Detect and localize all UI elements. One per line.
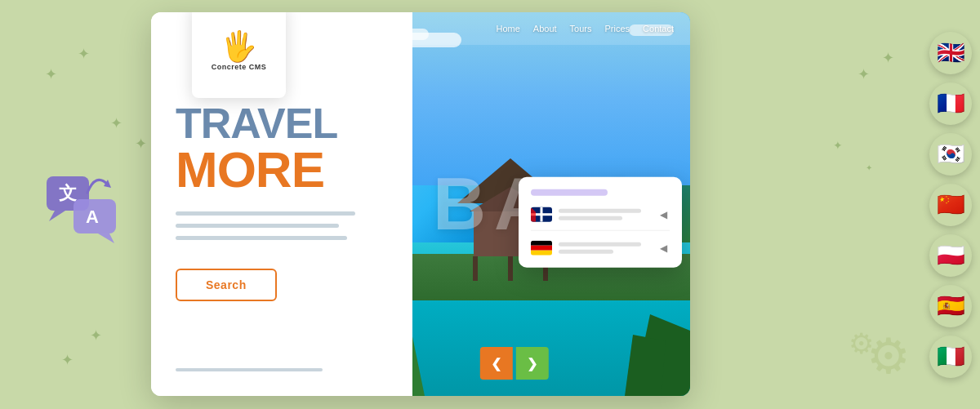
logo-text: Concrete CMS: [212, 63, 267, 71]
translate-icon: 文 A: [42, 168, 116, 242]
nav-contact[interactable]: Contact: [643, 24, 674, 33]
nav-about[interactable]: About: [533, 24, 557, 33]
translation-row-uk: ◀: [531, 207, 670, 231]
speaker-icon-uk: ◀: [657, 208, 670, 221]
pillar-2: [508, 256, 513, 281]
translate-icon-svg: 文 A: [42, 168, 120, 246]
de-flag-small: [531, 241, 552, 256]
uk-line-2: [559, 216, 622, 220]
flag-spain[interactable]: 🇪🇸: [929, 285, 972, 327]
text-line-2: [176, 224, 339, 228]
hero-title-travel: TRAVEL: [176, 102, 388, 144]
hero-text-lines: [176, 211, 388, 240]
website-right-panel: Home About Tours Prices Contact BALI: [380, 12, 690, 396]
logo-hand-icon: 🖐: [220, 32, 257, 61]
search-button[interactable]: Search: [176, 269, 277, 301]
text-line-1: [176, 211, 355, 216]
website-mockup: 🖐 Concrete CMS TRAVEL MORE Search Home A…: [151, 12, 690, 396]
flag-korea[interactable]: 🇰🇷: [929, 133, 972, 176]
nav-home[interactable]: Home: [497, 24, 520, 33]
flag-china[interactable]: 🇨🇳: [929, 184, 972, 226]
uk-flag-small: [531, 207, 552, 222]
speaker-icon-de: ◀: [657, 242, 670, 255]
nav-arrows: ❮ ❯: [480, 347, 549, 380]
next-arrow[interactable]: ❯: [516, 347, 549, 380]
flag-uk[interactable]: 🇬🇧: [929, 32, 972, 74]
translation-row-de: ◀: [531, 241, 670, 256]
flag-france[interactable]: 🇫🇷: [929, 82, 972, 125]
card-header-bar: [531, 189, 608, 196]
logo-box: 🖐 Concrete CMS: [192, 12, 286, 98]
uk-line-1: [559, 209, 641, 213]
translation-card: ◀ ◀: [519, 177, 682, 268]
de-translation-lines: [559, 242, 650, 254]
svg-text:A: A: [86, 207, 99, 227]
flags-panel: 🇬🇧 🇫🇷 🇰🇷 🇨🇳 🇵🇱 🇪🇸 🇮🇹: [929, 32, 972, 378]
svg-marker-4: [98, 233, 114, 243]
text-line-3: [176, 236, 347, 240]
nav-bar: Home About Tours Prices Contact: [380, 12, 690, 45]
svg-text:文: 文: [59, 183, 77, 203]
uk-translation-lines: [559, 209, 650, 220]
nav-prices[interactable]: Prices: [605, 24, 630, 33]
de-line-1: [559, 242, 641, 247]
de-line-2: [559, 250, 613, 254]
nav-tours[interactable]: Tours: [570, 24, 592, 33]
flag-italy[interactable]: 🇮🇹: [929, 336, 972, 378]
hero-title-more: MORE: [176, 144, 388, 195]
hero-content: TRAVEL MORE Search: [176, 102, 388, 301]
prev-arrow[interactable]: ❮: [480, 347, 513, 380]
svg-marker-1: [49, 211, 65, 221]
bottom-line: [176, 368, 323, 371]
flag-poland[interactable]: 🇵🇱: [929, 234, 972, 277]
pillar-1: [473, 256, 478, 281]
